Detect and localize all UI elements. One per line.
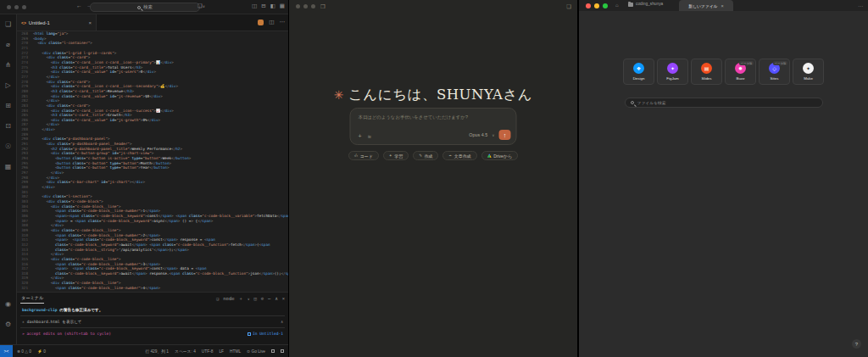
maximize-panel-icon[interactable]: ∧ [275,296,277,301]
toggle-secondary-sidebar-icon: ◧ [270,3,275,9]
account-icon[interactable]: ◉ [5,300,11,321]
new-file-tiles: ❖Design✦FigJam▤Slidesベータ版✹Buzzベータ版◇Sites… [579,59,868,85]
collapse-icon[interactable]: ∧ [281,320,283,324]
composer-placeholder: 本日はどのようなお手伝いをさせていただけますか? [359,114,468,120]
status-item[interactable]: ⊙ Go Live [247,349,265,354]
slides-app-icon: ▤ [701,63,712,74]
make-app-icon: ✦ [803,63,814,74]
folder-icon [628,3,633,7]
greeting-text: こんにちは、SHUNYAさん [348,86,532,103]
quick-action-chip[interactable]: ✦学習 [383,151,409,160]
copilot-status-icon[interactable] [258,20,264,25]
status-item[interactable]: ⚡ 0 [37,349,46,354]
terminal-tab[interactable]: ターミナル [20,293,44,304]
claude-logo-icon: ✳ [334,88,344,102]
more-actions-icon[interactable]: ⋯ [280,19,286,25]
source-control-icon[interactable]: ⋔ [0,61,16,81]
status-item[interactable]: UTF-8 [202,349,214,354]
new-chat-icon[interactable]: ❏ [566,3,571,10]
status-item[interactable]: LF [219,349,224,354]
new-file-tile-slides[interactable]: ▤Slides [691,59,722,85]
remote-explorer-icon[interactable]: ⊡ [0,122,16,142]
split-terminal-icon[interactable]: ◫ [253,296,256,301]
tools-icon[interactable]: ≋ [368,134,372,139]
window-controls[interactable] [7,5,26,9]
ports-icon[interactable] [271,349,275,353]
code-line: <span><span class="c-code-block__keyword… [33,214,288,219]
customize-layout-icon: ▦ [280,3,285,9]
send-button[interactable]: ↑ [499,130,511,140]
message-composer[interactable]: 本日はどのようなお手伝いをさせていただけますか? + ≋ Opus 4.5 ∨ … [350,108,517,145]
notifications-icon[interactable] [281,349,284,353]
command-center-search[interactable]: 検索 [90,3,200,12]
zoom-window-button[interactable] [603,3,608,8]
ide-context-link[interactable]: In Untitled-1 [248,332,283,336]
file-search-box[interactable]: ファイルを検索 [625,98,823,108]
attach-icon[interactable]: + [359,133,362,139]
explorer-icon[interactable]: ❏ [0,20,16,41]
custom-view-icon[interactable]: ▦ [0,163,16,183]
new-file-tab[interactable]: 新しいファイル × [679,0,733,11]
code-editor[interactable]: 2682692702712722732742752762772782792802… [17,31,288,292]
quick-action-chip[interactable]: Driveから [481,151,518,160]
settings-gear-icon[interactable]: ⚙ [5,321,11,341]
tabbar-more-icon[interactable]: ⋯ [858,3,863,8]
layout-controls[interactable]: ◫⊟◧▦ [252,3,285,9]
remote-indicator[interactable]: >< [0,345,13,357]
tile-label: Buzz [737,76,745,81]
code-content: <html lang="ja"><body> <div class="l-con… [30,31,288,292]
terminal-more-icon[interactable]: ⋯ [268,296,270,301]
tab-close-icon[interactable]: × [88,20,92,25]
terminal-output-line: background-clip の警告も修正済みです。 [17,304,288,315]
claude-topbar: ❐ ❏ [289,0,577,13]
editor-tab-untitled-1[interactable]: <> Untitled-1 × [17,14,97,31]
quick-action-chip[interactable]: ✎作成 [413,151,438,160]
status-item[interactable]: HTML [230,349,241,354]
terminal-dropdown-icon[interactable]: ∨ [248,297,249,301]
chip-icon: ‹/› [354,153,358,158]
run-debug-icon[interactable]: ▷ [0,81,16,102]
vscode-window: ←→ 検索 ❏∨ ◫⊟◧▦ <> Untitled-1 × ◫ ⋯ ❏⌀⋔▷⊞⊡… [0,0,289,357]
claude-code-status-line: » accept edits on (shift+tab to cycle) I… [17,329,288,338]
new-file-tile-make[interactable]: ✦Make [793,59,824,85]
search-icon[interactable]: ⌀ [0,41,16,61]
quick-action-chip[interactable]: ‹/›コード [348,151,379,160]
search-icon [137,6,141,9]
sidebar-toggle-icon[interactable]: ❐ [320,3,326,10]
extensions-icon[interactable]: ⊞ [0,102,16,122]
claude-code-prompt[interactable]: ✳ dashboard.html を表示して ∧ [17,317,288,326]
chip-icon: ✦ [389,153,392,158]
new-file-tile-design[interactable]: ❖Design [623,59,654,85]
design-app-icon: ❖ [633,63,644,74]
window-controls[interactable] [296,4,315,8]
new-file-tile-figjam[interactable]: ✦FigJam [657,59,688,85]
status-item[interactable]: スペース: 4 [175,349,196,354]
split-editor-icon[interactable]: ◫ [269,19,274,25]
close-window-button[interactable] [586,3,591,8]
greeting: ✳こんにちは、SHUNYAさん [289,86,577,104]
google-drive-icon [487,153,492,158]
close-panel-icon[interactable]: × [282,296,285,301]
quick-action-chips: ‹/›コード✦学習✎作成✒文章作成Driveから [289,151,577,160]
run-menu-icon[interactable]: ❏∨ [198,3,205,9]
status-item[interactable]: ⊗ 0 △ 0 [17,349,31,354]
terminal-panel: ターミナル ❏ node ＋ ∨ ◫ ⊘ ⋯ ∧ × background-cl… [17,292,288,344]
new-file-tile-sites[interactable]: ベータ版◇Sites [759,59,790,85]
kill-terminal-icon[interactable]: ⊘ [261,296,264,301]
help-button[interactable]: ? [852,339,861,349]
minimize-window-button[interactable] [594,3,599,8]
live-share-icon[interactable]: ☉ [0,142,16,163]
line-numbers: 2682692702712722732742752762772782792802… [17,31,30,292]
model-selector[interactable]: Opus 4.5 [469,132,487,137]
window-icon [248,332,251,336]
tile-label: Design [633,76,645,81]
tab-close-icon[interactable]: × [721,3,724,8]
toggle-panel-icon: ⊟ [261,3,265,9]
new-file-tile-buzz[interactable]: ベータ版✹Buzz [725,59,756,85]
new-terminal-icon[interactable]: ＋ [239,296,244,302]
home-icon[interactable]: ⌂ [615,3,619,8]
status-item[interactable]: 行 429、列 1 [145,349,169,354]
project-tab[interactable]: coding_shunya [628,2,663,7]
quick-action-chip[interactable]: ✒文章作成 [442,151,476,160]
terminal-shell-label[interactable]: node [223,296,234,301]
